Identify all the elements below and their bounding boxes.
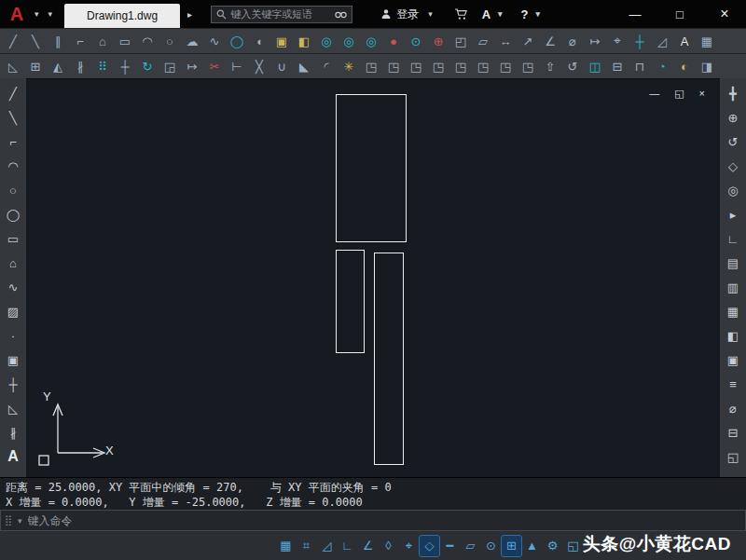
command-input[interactable] — [28, 514, 745, 527]
lineweight-icon[interactable]: ━ — [440, 536, 460, 556]
search-box[interactable] — [211, 6, 352, 23]
leader-icon[interactable]: ↦ — [585, 30, 605, 52]
arc-icon[interactable]: ◠ — [137, 30, 158, 52]
drawn-rectangle[interactable] — [374, 253, 404, 465]
join-icon[interactable]: ∪ — [271, 55, 292, 77]
text-icon[interactable]: A — [2, 444, 24, 469]
subtract-icon[interactable]: ⊟ — [607, 55, 628, 77]
trim-icon[interactable]: ✂ — [204, 55, 225, 77]
union-icon[interactable]: ◫ — [585, 55, 605, 77]
command-dropdown-icon[interactable]: ▾ — [18, 516, 22, 526]
mirror-icon[interactable]: ◭ — [48, 55, 68, 77]
wedge-icon[interactable]: ◳ — [473, 55, 493, 77]
circle-icon[interactable]: ○ — [2, 178, 24, 202]
polysolid-icon[interactable]: ◳ — [518, 55, 538, 77]
ellipse-icon[interactable]: ◯ — [2, 202, 24, 226]
torus-icon[interactable]: ◳ — [495, 55, 516, 77]
multiline-icon[interactable]: ∥ — [48, 30, 68, 52]
revision-cloud-icon[interactable]: ☁ — [182, 30, 202, 52]
command-line[interactable]: ⣿ ▾ — [0, 510, 746, 531]
spline-icon[interactable]: ∿ — [204, 30, 225, 52]
clean-screen-icon[interactable]: ◱ — [722, 444, 744, 469]
move-icon[interactable]: ┼ — [115, 55, 135, 77]
circle-2p-icon[interactable]: ⊙ — [406, 30, 426, 52]
viewport-close-icon[interactable]: × — [699, 88, 705, 100]
spline-icon[interactable]: ∿ — [2, 275, 24, 299]
object-snap-icon[interactable]: ◇ — [420, 536, 439, 556]
sphere-solid-icon[interactable]: ◳ — [428, 55, 449, 77]
viewport-restore-icon[interactable]: ◱ — [674, 88, 684, 100]
fillet-icon[interactable]: ◜ — [316, 55, 337, 77]
isodraft-icon[interactable]: ◊ — [379, 536, 398, 556]
chamfer-icon[interactable]: ◣ — [294, 55, 314, 77]
clean-screen-icon[interactable]: ◱ — [563, 536, 583, 556]
cone-icon[interactable]: ◳ — [406, 55, 426, 77]
intersect-icon[interactable]: ⊓ — [629, 55, 650, 77]
polyline-icon[interactable]: ⌐ — [2, 130, 24, 154]
box-icon[interactable]: ◳ — [361, 55, 381, 77]
region-icon[interactable]: ◰ — [450, 30, 471, 52]
transparency-icon[interactable]: ▱ — [461, 536, 480, 556]
dynamic-input-icon[interactable]: ⊞ — [502, 536, 521, 556]
search-input[interactable] — [230, 8, 331, 20]
pan-icon[interactable]: ╋ — [722, 81, 744, 105]
close-button[interactable]: × — [718, 7, 731, 21]
show-motion-icon[interactable]: ▸ — [722, 202, 744, 226]
grid-icon[interactable]: ▦ — [276, 536, 296, 556]
sphere-icon[interactable]: ● — [383, 30, 404, 52]
help-dropdown-icon[interactable]: ▾ — [536, 9, 541, 19]
dim-radius-icon[interactable]: ⌀ — [562, 30, 583, 52]
app-menu-dropdown-icon[interactable]: ▾ — [35, 9, 39, 19]
line-icon[interactable]: ╱ — [2, 81, 24, 105]
tab-overflow-icon[interactable]: ▸ — [187, 9, 192, 20]
table-icon[interactable]: ▦ — [697, 30, 717, 52]
polygon-icon[interactable]: ⌂ — [2, 251, 24, 275]
autocad-logo-icon[interactable]: A — [4, 4, 30, 25]
render-icon[interactable]: ◐ — [674, 55, 695, 77]
offset-icon[interactable]: ∦ — [2, 420, 24, 444]
view-cube-icon[interactable]: ◇ — [722, 154, 744, 178]
array-icon[interactable]: ⠿ — [92, 55, 113, 77]
measure-icon[interactable]: ⌀ — [722, 396, 744, 420]
ucs-tool-icon[interactable]: ∟ — [722, 226, 744, 251]
maximize-button[interactable]: □ — [673, 7, 686, 21]
stretch-icon[interactable]: ↦ — [182, 55, 202, 77]
hatch-icon[interactable]: ▨ — [2, 299, 24, 323]
extrude-icon[interactable]: ⇧ — [540, 55, 560, 77]
command-grip-icon[interactable]: ⣿ — [5, 514, 12, 526]
cylinder-icon[interactable]: ◳ — [383, 55, 404, 77]
line-icon[interactable]: ╱ — [3, 30, 23, 52]
text-icon[interactable]: A — [674, 30, 695, 52]
dim-angular-icon[interactable]: ∠ — [540, 30, 560, 52]
drawing-canvas[interactable]: — ◱ × Y X — [26, 78, 720, 477]
workspace-icon[interactable]: ⚙ — [543, 536, 562, 556]
section-icon[interactable]: ⊟ — [722, 420, 744, 444]
named-views-icon[interactable]: ▤ — [722, 251, 744, 275]
file-tab[interactable]: Drawing1.dwg — [64, 4, 180, 28]
selection-cycling-icon[interactable]: ⊙ — [481, 536, 501, 556]
minimize-button[interactable]: — — [629, 7, 642, 21]
dim-aligned-icon[interactable]: ↗ — [518, 30, 538, 52]
quick-access-dropdown-icon[interactable]: ▾ — [48, 9, 53, 19]
zoom-icon[interactable]: ⊕ — [722, 105, 744, 130]
pyramid-icon[interactable]: ◳ — [450, 55, 471, 77]
scale-icon[interactable]: ◲ — [159, 55, 180, 77]
tool-palettes-icon[interactable]: ▦ — [722, 299, 744, 323]
ellipse-icon[interactable]: ◯ — [227, 30, 247, 52]
donut-3-icon[interactable]: ◎ — [361, 30, 381, 52]
construction-line-icon[interactable]: ╲ — [25, 30, 46, 52]
visual-styles-icon[interactable]: ◨ — [697, 55, 717, 77]
cart-icon[interactable] — [454, 8, 468, 20]
drawn-rectangle[interactable] — [336, 94, 407, 242]
construction-line-icon[interactable]: ╲ — [2, 105, 24, 130]
point-icon[interactable]: ∙ — [2, 323, 24, 348]
rectangle-icon[interactable]: ▭ — [115, 30, 135, 52]
offset-icon[interactable]: ∦ — [70, 55, 90, 77]
snap-icon[interactable]: ⌗ — [297, 536, 316, 556]
wipeout-icon[interactable]: ▱ — [473, 30, 493, 52]
arc-icon[interactable]: ◠ — [2, 154, 24, 178]
tolerance-icon[interactable]: ⌖ — [607, 30, 628, 52]
object-snap-tracking-icon[interactable]: ⌖ — [399, 536, 419, 556]
erase-icon[interactable]: ◺ — [3, 55, 23, 77]
infer-constraints-icon[interactable]: ◿ — [317, 536, 337, 556]
